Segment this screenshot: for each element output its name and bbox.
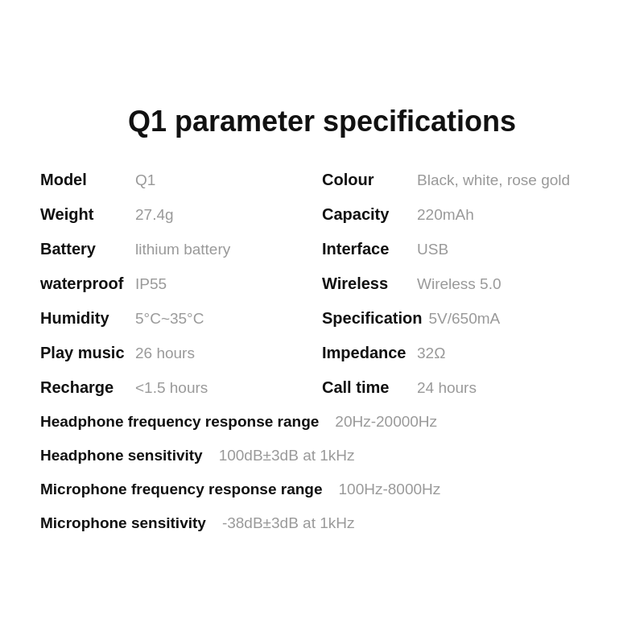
spec-value: Wireless 5.0 (417, 275, 502, 293)
full-spec-value: 20Hz-20000Hz (335, 413, 437, 431)
spec-row: Weight27.4gCapacity220mAh (40, 197, 604, 232)
spec-half-left: Batterylithium battery (40, 240, 322, 258)
spec-value: USB (417, 241, 448, 258)
spec-half-right: Call time24 hours (322, 378, 604, 397)
spec-label: Recharge (40, 378, 129, 397)
full-spec-label: Microphone sensitivity (40, 514, 206, 532)
full-spec-row: Headphone frequency response range20Hz-2… (40, 405, 604, 439)
full-spec-row: Headphone sensitivity100dB±3dB at 1kHz (40, 439, 604, 473)
spec-row: ModelQ1ColourBlack, white, rose gold (40, 163, 604, 197)
spec-label: Call time (322, 378, 411, 397)
spec-half-right: Capacity220mAh (322, 205, 604, 224)
full-spec-label: Headphone sensitivity (40, 447, 203, 464)
page-container: Q1 parameter specifications ModelQ1Colou… (16, 89, 628, 556)
spec-row: Batterylithium batteryInterfaceUSB (40, 232, 604, 266)
full-spec-value: 100Hz-8000Hz (339, 481, 441, 498)
spec-label: Humidity (40, 309, 129, 328)
spec-label: waterproof (40, 275, 129, 293)
full-spec-value: -38dB±3dB at 1kHz (222, 514, 355, 532)
spec-half-right: Specification5V/650mA (322, 309, 604, 328)
spec-half-right: Impedance32Ω (322, 344, 604, 362)
spec-value: 5V/650mA (428, 310, 500, 328)
spec-label: Weight (40, 205, 129, 224)
spec-value: 26 hours (135, 345, 195, 362)
spec-value: <1.5 hours (135, 379, 208, 397)
full-spec-row: Microphone sensitivity-38dB±3dB at 1kHz (40, 506, 604, 540)
spec-row: waterproofIP55WirelessWireless 5.0 (40, 266, 604, 301)
spec-value: Black, white, rose gold (417, 171, 570, 189)
full-spec-label: Microphone frequency response range (40, 481, 323, 498)
spec-row: Play music26 hoursImpedance32Ω (40, 336, 604, 370)
spec-label: Model (40, 171, 129, 189)
spec-label: Impedance (322, 344, 411, 362)
spec-label: Play music (40, 344, 129, 362)
page-title: Q1 parameter specifications (40, 105, 604, 138)
spec-half-left: Play music26 hours (40, 344, 322, 362)
spec-value: lithium battery (135, 241, 230, 258)
spec-half-right: ColourBlack, white, rose gold (322, 171, 604, 189)
spec-row: Humidity5°C~35°CSpecification5V/650mA (40, 301, 604, 336)
spec-half-right: WirelessWireless 5.0 (322, 275, 604, 293)
spec-half-left: Humidity5°C~35°C (40, 309, 322, 328)
spec-half-left: Recharge<1.5 hours (40, 378, 322, 397)
spec-half-left: ModelQ1 (40, 171, 322, 189)
full-spec-row: Microphone frequency response range100Hz… (40, 473, 604, 506)
spec-value: 24 hours (417, 379, 477, 397)
spec-label: Battery (40, 240, 129, 258)
spec-value: 5°C~35°C (135, 310, 204, 328)
spec-label: Capacity (322, 205, 411, 224)
spec-value: 27.4g (135, 206, 174, 224)
full-spec-label: Headphone frequency response range (40, 413, 319, 431)
spec-half-right: InterfaceUSB (322, 240, 604, 258)
spec-row: Recharge<1.5 hoursCall time24 hours (40, 370, 604, 405)
spec-value: 32Ω (417, 345, 445, 362)
full-spec-value: 100dB±3dB at 1kHz (219, 447, 355, 464)
spec-half-left: waterproofIP55 (40, 275, 322, 293)
spec-half-left: Weight27.4g (40, 205, 322, 224)
spec-label: Wireless (322, 275, 411, 293)
spec-label: Interface (322, 240, 411, 258)
spec-table: ModelQ1ColourBlack, white, rose goldWeig… (40, 163, 604, 540)
spec-value: 220mAh (417, 206, 474, 224)
spec-label: Specification (322, 309, 422, 328)
spec-value: Q1 (135, 171, 155, 189)
spec-value: IP55 (135, 275, 167, 293)
spec-label: Colour (322, 171, 411, 189)
